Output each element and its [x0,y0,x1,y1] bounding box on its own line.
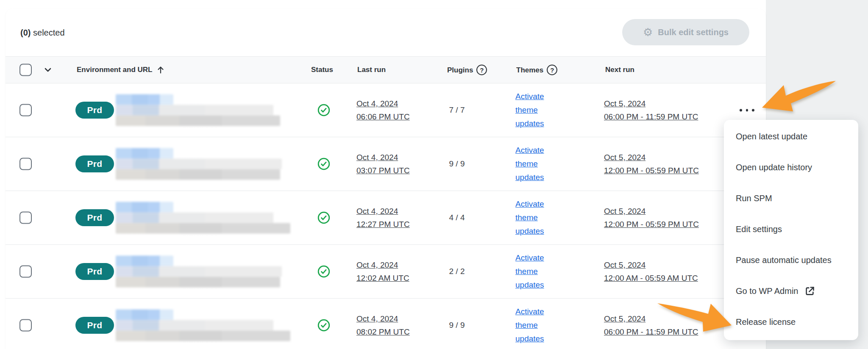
last-run-link[interactable]: Oct 4, 2024 08:02 PM UTC [356,312,410,338]
next-run-window: 12:00 AM - 05:59 AM UTC [604,274,698,283]
column-last-run: Last run [357,66,386,74]
menu-item-label: Open update history [736,163,812,172]
chevron-down-icon [43,65,53,75]
selected-count: (0) [20,28,31,37]
redacted-environment-url [116,256,281,288]
activate-theme-updates-link[interactable]: Activate theme updates [515,253,544,289]
last-run-link[interactable]: Oct 4, 2024 12:27 PM UTC [356,205,410,231]
themes-cell: Activate theme updates [515,90,559,130]
column-themes: Themes ? [516,65,557,75]
selected-count-text: (0) selected [20,28,65,37]
column-environment[interactable]: Environment and URL [77,65,165,75]
menu-item-label: Edit settings [736,224,782,234]
menu-item-open-update-history[interactable]: Open update history [724,152,858,183]
column-status: Status [311,66,333,74]
next-run-date: Oct 5, 2024 [604,207,645,216]
redacted-environment-url [116,148,281,180]
redacted-url-line [116,213,273,223]
last-run-date: Oct 4, 2024 [356,314,398,323]
column-themes-label: Themes [516,66,543,74]
environment-badge: Prd [75,209,114,226]
environment-badge: Prd [75,155,114,172]
redacted-environment-url [116,310,281,341]
select-all-checkbox[interactable] [19,64,32,76]
next-run-link[interactable]: Oct 5, 2024 12:00 AM - 05:59 AM UTC [604,258,698,285]
plugins-help-icon[interactable]: ? [476,65,487,75]
column-next-run: Next run [605,66,634,74]
next-run-window: 06:00 PM - 11:59 PM UTC [604,327,698,336]
row-checkbox[interactable] [19,212,32,224]
row-actions-kebab-icon[interactable] [740,109,754,111]
row-checkbox-cell [19,266,32,278]
row-checkbox[interactable] [19,266,32,278]
redacted-url-line [116,105,273,116]
themes-cell: Activate theme updates [515,251,559,292]
next-run-date: Oct 5, 2024 [604,153,645,162]
table-row: Prd Oct 4, 2024 12:27 PM UTC 4 / 4 Activ… [6,191,766,245]
menu-item-open-latest-update[interactable]: Open latest update [724,121,858,152]
next-run-date: Oct 5, 2024 [604,99,645,108]
row-checkbox[interactable] [19,104,32,116]
themes-cell: Activate theme updates [515,197,559,238]
activate-theme-updates-link[interactable]: Activate theme updates [515,199,544,235]
themes-cell: Activate theme updates [515,144,559,184]
next-run-link[interactable]: Oct 5, 2024 12:00 PM - 05:59 PM UTC [604,205,699,231]
row-checkbox[interactable] [19,158,32,170]
row-checkbox[interactable] [19,319,32,332]
plugins-count: 9 / 9 [436,159,478,169]
last-run-date: Oct 4, 2024 [356,153,398,162]
next-run-window: 12:00 PM - 05:59 PM UTC [604,220,699,229]
redacted-site-name [116,148,173,159]
redacted-url-line [116,277,280,288]
status-success-icon [317,211,331,224]
menu-item-edit-settings[interactable]: Edit settings [724,214,858,245]
redacted-environment-url [116,94,281,126]
redacted-url-line [116,116,280,126]
menu-item-pause-automatic-updates[interactable]: Pause automatic updates [724,245,858,276]
menu-item-go-to-wp-admin[interactable]: Go to WP Admin [724,276,858,307]
menu-item-label: Open latest update [736,132,807,141]
activate-theme-updates-link[interactable]: Activate theme updates [515,307,544,343]
menu-item-label: Release license [736,317,796,327]
menu-item-run-spm[interactable]: Run SPM [724,183,858,214]
redacted-url-line [116,320,273,331]
table-row: Prd Oct 4, 2024 12:02 AM UTC 2 / 2 Activ… [6,245,766,299]
menu-item-release-license[interactable]: Release license [724,307,858,338]
activate-theme-updates-link[interactable]: Activate theme updates [515,146,544,182]
next-run-link[interactable]: Oct 5, 2024 12:00 PM - 05:59 PM UTC [604,151,699,177]
page: (0) selected ⚙ Bulk edit settings Enviro… [0,0,868,349]
status-success-icon [317,265,331,278]
gear-icon: ⚙ [643,27,653,38]
column-plugins-label: Plugins [447,66,473,74]
row-checkbox-cell [19,212,32,224]
plugins-count: 9 / 9 [436,321,478,330]
activate-theme-updates-link[interactable]: Activate theme updates [515,92,544,128]
last-run-link[interactable]: Oct 4, 2024 06:06 PM UTC [356,97,410,123]
environment-badge: Prd [75,263,114,280]
next-run-link[interactable]: Oct 5, 2024 06:00 PM - 11:59 PM UTC [604,312,698,338]
row-actions-menu: Open latest update Open update history R… [724,120,858,340]
redacted-url-line [116,169,280,180]
column-environment-label: Environment and URL [77,66,153,74]
themes-cell: Activate theme updates [515,305,559,346]
select-all-cell [19,64,32,76]
themes-help-icon[interactable]: ? [547,65,557,75]
redacted-site-name [116,202,173,213]
last-run-link[interactable]: Oct 4, 2024 03:07 PM UTC [356,151,410,177]
status-success-icon [317,103,331,117]
status-success-icon [317,157,331,171]
select-options-dropdown[interactable] [43,65,53,75]
last-run-link[interactable]: Oct 4, 2024 12:02 AM UTC [356,258,409,285]
table-header-row: Environment and URL Status Last run Plug… [6,56,766,83]
bulk-edit-settings-button[interactable]: ⚙ Bulk edit settings [622,19,749,45]
plugins-count: 4 / 4 [436,213,478,222]
menu-item-label: Go to WP Admin [736,286,798,296]
last-run-time: 12:27 PM UTC [356,220,410,229]
row-checkbox-cell [19,158,32,170]
external-link-icon [804,285,815,297]
redacted-site-name [116,310,173,320]
redacted-environment-url [116,202,281,234]
redacted-url-line [116,223,290,234]
next-run-link[interactable]: Oct 5, 2024 06:00 PM - 11:59 PM UTC [604,97,698,123]
next-run-window: 12:00 PM - 05:59 PM UTC [604,166,699,175]
